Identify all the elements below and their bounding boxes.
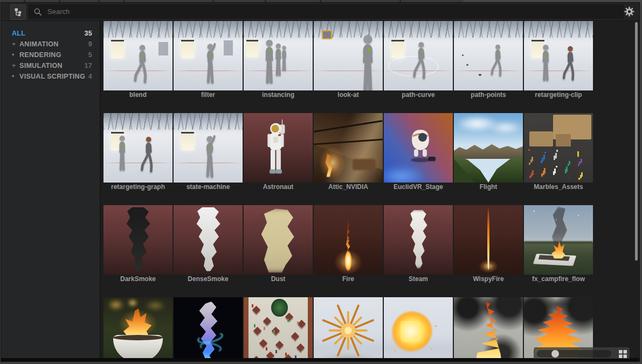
- asset-card-path-curve[interactable]: path-curve: [384, 21, 453, 99]
- browser-main-area: ALL35+ANIMATION9•RENDERING5+SIMULATION17…: [1, 20, 639, 359]
- category-count: 4: [88, 73, 92, 80]
- asset-card-instancing[interactable]: instancing: [244, 21, 313, 99]
- grid-view-icon: [618, 349, 627, 359]
- thumbnail-image: [103, 113, 172, 183]
- asset-label: Astronaut: [244, 183, 313, 191]
- thumbnail-image: [103, 21, 172, 90]
- bullet-icon: •: [12, 73, 19, 80]
- sidebar-item-animation[interactable]: +ANIMATION9: [1, 39, 100, 50]
- thumbnail-image: [524, 205, 593, 275]
- asset-card-steam[interactable]: Steam: [384, 205, 453, 283]
- sidebar-item-rendering[interactable]: •RENDERING5: [1, 50, 100, 60]
- browser-toolbar: [1, 3, 639, 20]
- asset-card-fire[interactable]: Fire: [314, 205, 383, 283]
- asset-grid-row: blendfilterinstancinglook-atpath-curvepa…: [103, 21, 593, 99]
- asset-card[interactable]: [103, 297, 172, 359]
- asset-grid-row: [103, 297, 593, 359]
- thumbnail-image: [524, 113, 593, 183]
- asset-label: Dust: [244, 275, 313, 283]
- category-count: 5: [88, 51, 92, 59]
- asset-label: EuclidVR_Stage: [384, 183, 453, 191]
- asset-label: blend: [103, 91, 172, 99]
- asset-card-retargeting-graph[interactable]: retargeting-graph: [103, 113, 172, 191]
- asset-card[interactable]: [454, 297, 523, 359]
- asset-card[interactable]: [384, 297, 453, 359]
- thumbnail-image: [174, 297, 243, 359]
- asset-card-astronaut[interactable]: Astronaut: [244, 113, 313, 191]
- thumbnail-image: [384, 205, 453, 275]
- category-sidebar: ALL35+ANIMATION9•RENDERING5+SIMULATION17…: [1, 21, 101, 359]
- asset-label: DenseSmoke: [174, 275, 243, 283]
- asset-label: DarkSmoke: [103, 275, 172, 283]
- asset-card-attic_nvidia[interactable]: Attic_NVIDIA: [314, 113, 383, 191]
- asset-card-euclidvr_stage[interactable]: EuclidVR_Stage: [384, 113, 453, 191]
- asset-label: state-machine: [174, 183, 243, 191]
- thumbnail-image: [454, 297, 523, 359]
- settings-button[interactable]: [622, 4, 636, 19]
- asset-card-fx_campfire_flow[interactable]: fx_campfire_flow: [524, 205, 593, 283]
- category-label: SIMULATION: [19, 62, 63, 69]
- search-field: [28, 4, 624, 19]
- category-label: VISUAL SCRIPTING: [19, 73, 85, 80]
- thumbnail-image: [384, 21, 453, 90]
- thumbnail-image: [314, 21, 383, 90]
- vertical-scrollbar[interactable]: [635, 22, 638, 261]
- thumbnail-image: [103, 205, 172, 275]
- asset-label: filter: [174, 91, 243, 99]
- asset-card-state-machine[interactable]: state-machine: [174, 113, 243, 191]
- sidebar-item-visual-scripting[interactable]: •VISUAL SCRIPTING4: [1, 71, 100, 82]
- asset-label: Attic_NVIDIA: [314, 183, 383, 191]
- thumbnail-image: [454, 113, 523, 183]
- expand-icon[interactable]: +: [12, 40, 19, 48]
- asset-card[interactable]: [244, 297, 313, 359]
- thumbnail-image: [384, 113, 453, 183]
- examples-browser-window: ALL35+ANIMATION9•RENDERING5+SIMULATION17…: [0, 0, 642, 364]
- asset-label: Flight: [454, 183, 523, 191]
- category-tree-button[interactable]: [10, 4, 26, 20]
- asset-label: retargeting-graph: [103, 183, 172, 191]
- asset-card-filter[interactable]: filter: [174, 21, 243, 99]
- expand-icon[interactable]: +: [12, 62, 19, 69]
- asset-grid-row: DarkSmokeDenseSmokeDustFireSteamWispyFir…: [103, 205, 593, 283]
- asset-card-wispyfire[interactable]: WispyFire: [454, 205, 523, 283]
- category-count: 17: [84, 62, 92, 69]
- thumbnail-image: [244, 21, 313, 90]
- thumbnail-image: [244, 113, 313, 183]
- asset-card-look-at[interactable]: look-at: [314, 21, 383, 99]
- asset-card-retargeting-clip[interactable]: retargeting-clip: [524, 21, 593, 99]
- category-count: 9: [88, 40, 92, 48]
- asset-grid-row: retargeting-graphstate-machineAstronautA…: [103, 113, 593, 191]
- asset-label: instancing: [244, 91, 313, 99]
- asset-card-path-points[interactable]: path-points: [454, 21, 523, 99]
- asset-card[interactable]: [174, 297, 243, 359]
- thumbnail-image: [314, 205, 383, 275]
- asset-card-blend[interactable]: blend: [103, 21, 172, 99]
- asset-label: Marbles_Assets: [524, 183, 593, 191]
- thumbnail-image: [454, 21, 523, 90]
- asset-label: Steam: [384, 275, 453, 283]
- thumbnail-image: [103, 297, 172, 359]
- sidebar-item-simulation[interactable]: +SIMULATION17: [1, 60, 100, 71]
- asset-card-dust[interactable]: Dust: [244, 205, 313, 283]
- category-tree-icon: [13, 8, 23, 17]
- sidebar-item-all[interactable]: ALL35: [1, 28, 100, 39]
- thumbnail-image: [454, 205, 523, 275]
- bullet-icon: •: [12, 51, 19, 59]
- grid-view-button[interactable]: [618, 349, 627, 359]
- category-count: 35: [84, 30, 92, 37]
- asset-card-marbles_assets[interactable]: Marbles_Assets: [524, 113, 593, 191]
- content-browser-panel: ALL35+ANIMATION9•RENDERING5+SIMULATION17…: [1, 3, 639, 361]
- thumbnail-image: [524, 21, 593, 90]
- search-input[interactable]: [46, 7, 624, 16]
- asset-card-darksmoke[interactable]: DarkSmoke: [103, 205, 172, 283]
- thumbnail-image: [244, 205, 313, 275]
- category-label: RENDERING: [19, 51, 61, 59]
- asset-label: retargeting-clip: [524, 91, 593, 99]
- asset-card[interactable]: [314, 297, 383, 359]
- asset-card-densesmoke[interactable]: DenseSmoke: [174, 205, 243, 283]
- thumbnail-size-slider[interactable]: [537, 350, 611, 358]
- asset-card-flight[interactable]: Flight: [454, 113, 523, 191]
- thumbnail-image: [314, 297, 383, 359]
- category-label: ALL: [12, 30, 25, 37]
- thumbnail-image: [384, 297, 453, 359]
